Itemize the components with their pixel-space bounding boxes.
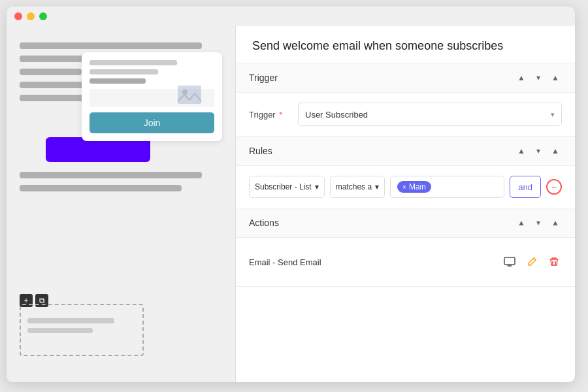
right-panel: Send welcome email when someone subscrib… (235, 26, 575, 382)
mock-line-1 (20, 42, 202, 49)
svg-rect-0 (178, 86, 201, 104)
close-dot[interactable] (14, 12, 22, 20)
actions-section-title: Actions (249, 218, 279, 228)
rules-up-button[interactable]: ▲ (515, 144, 528, 157)
mock-line-7 (20, 185, 182, 191)
mock-middle-lines (20, 172, 222, 191)
left-panel: Join (7, 26, 235, 382)
subscriber-list-value: Subscriber - List (255, 182, 312, 191)
and-button[interactable]: and (510, 176, 541, 198)
rules-section-header: Rules ▲ ▾ ▲ (236, 137, 575, 166)
trigger-section-controls: ▲ ▾ ▲ (515, 71, 562, 84)
actions-section-content: Email - Send Email (236, 238, 575, 286)
tag-remove-icon[interactable]: × (402, 184, 406, 191)
svg-point-1 (182, 90, 188, 95)
remove-icon: − (551, 182, 557, 192)
main-window: Join (7, 7, 575, 382)
join-line-1 (90, 60, 177, 65)
trigger-row: Trigger * User Subscribed ▾ (249, 103, 562, 126)
maximize-dot[interactable] (39, 12, 47, 20)
titlebar (7, 7, 575, 26)
mock-line-6 (20, 172, 202, 178)
action-edit-icon[interactable] (524, 254, 540, 270)
rules-collapse-button[interactable]: ▲ (549, 144, 562, 157)
trigger-up-button[interactable]: ▲ (515, 71, 528, 84)
join-widget-header-lines (90, 60, 214, 84)
rules-row: Subscriber - List ▾ matches a ▾ × Main (249, 176, 562, 198)
rules-section-content: Subscriber - List ▾ matches a ▾ × Main (236, 166, 575, 208)
tag-input-field[interactable]: × Main (390, 176, 504, 198)
subscriber-list-dropdown[interactable]: Subscriber - List ▾ (249, 176, 325, 198)
dashed-selection-box[interactable] (20, 304, 144, 356)
action-label: Email - Send Email (249, 257, 321, 267)
matches-chevron-icon: ▾ (375, 182, 379, 191)
actions-collapse-button[interactable]: ▲ (549, 216, 562, 229)
rules-section-title: Rules (249, 146, 272, 156)
trigger-field-label: Trigger * (249, 110, 288, 120)
action-icons-group (502, 254, 562, 270)
trigger-dropdown[interactable]: User Subscribed ▾ (298, 103, 562, 126)
join-line-3 (90, 78, 146, 84)
trigger-value: User Subscribed (305, 110, 368, 120)
dashed-box-content (21, 305, 142, 344)
join-button[interactable]: Join (90, 112, 214, 133)
actions-section-header: Actions ▲ ▾ ▲ (236, 208, 575, 238)
actions-down-button[interactable]: ▾ (532, 216, 545, 229)
join-line-2 (90, 69, 158, 74)
trigger-section-title: Trigger (249, 73, 278, 83)
matches-value: matches a (336, 182, 372, 191)
actions-section-controls: ▲ ▾ ▲ (515, 216, 562, 229)
action-delete-icon[interactable] (546, 254, 562, 270)
rules-section: Rules ▲ ▾ ▲ Subscriber - List ▾ (236, 137, 575, 208)
dashed-line-1 (27, 318, 114, 323)
main-tag[interactable]: × Main (397, 181, 431, 193)
actions-row: Email - Send Email (249, 248, 562, 276)
rules-down-button[interactable]: ▾ (532, 144, 545, 157)
trigger-required-marker: * (277, 110, 283, 120)
remove-rule-button[interactable]: − (546, 179, 562, 195)
subscriber-list-chevron-icon: ▾ (315, 182, 319, 191)
image-placeholder-icon (176, 82, 203, 108)
mock-line-3 (20, 69, 82, 75)
trigger-section: Trigger ▲ ▾ ▲ Trigger * User Subscribed (236, 63, 575, 137)
automation-title: Send welcome email when someone subscrib… (236, 26, 575, 63)
trigger-section-content: Trigger * User Subscribed ▾ (236, 93, 575, 136)
dashed-line-2 (27, 328, 93, 333)
matches-dropdown[interactable]: matches a ▾ (330, 176, 385, 198)
rules-section-controls: ▲ ▾ ▲ (515, 144, 562, 157)
actions-up-button[interactable]: ▲ (515, 216, 528, 229)
join-button-label: Join (144, 118, 161, 128)
and-label: and (518, 182, 532, 192)
minimize-dot[interactable] (27, 12, 35, 20)
svg-rect-2 (504, 257, 515, 265)
trigger-chevron-icon: ▾ (551, 110, 555, 119)
content-area: Join (7, 26, 575, 382)
trigger-section-header: Trigger ▲ ▾ ▲ (236, 63, 575, 93)
tag-label: Main (409, 182, 426, 191)
trigger-collapse-button[interactable]: ▲ (549, 71, 562, 84)
trigger-down-button[interactable]: ▾ (532, 71, 545, 84)
action-preview-icon[interactable] (502, 254, 517, 270)
actions-section: Actions ▲ ▾ ▲ Email - Send Email (236, 208, 575, 287)
